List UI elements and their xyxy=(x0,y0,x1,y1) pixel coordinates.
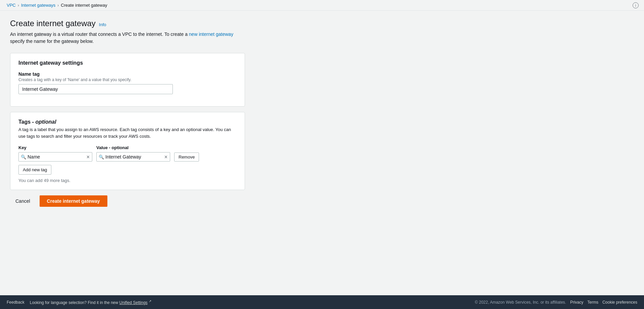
name-tag-hint: Creates a tag with a key of 'Name' and a… xyxy=(18,77,237,82)
footer-unified-settings-link[interactable]: Unified Settings xyxy=(119,300,148,305)
main-content: Create internet gateway Info An internet… xyxy=(0,11,255,295)
tag-value-input[interactable] xyxy=(105,152,164,161)
page-title-row: Create internet gateway Info xyxy=(10,19,245,28)
footer-feedback[interactable]: Feedback xyxy=(7,300,24,305)
footer-terms-link[interactable]: Terms xyxy=(587,300,598,305)
value-search-icon: 🔍 xyxy=(99,154,104,160)
footer-right: © 2022, Amazon Web Services, Inc. or its… xyxy=(475,300,637,305)
name-tag-label: Name tag xyxy=(18,71,237,77)
tags-card: Tags - optional A tag is a label that yo… xyxy=(10,112,245,190)
tags-title-optional: optional xyxy=(35,119,56,125)
description-text-1: An internet gateway is a virtual router … xyxy=(10,32,189,37)
key-clear-icon[interactable]: ✕ xyxy=(86,154,90,160)
actions-row: Cancel Create internet gateway xyxy=(10,195,245,207)
info-link[interactable]: Info xyxy=(99,22,106,27)
add-new-tag-button[interactable]: Add new tag xyxy=(18,165,51,175)
tag-row: 🔍 ✕ 🔍 ✕ Remove xyxy=(18,152,237,162)
settings-card-title: Internet gateway settings xyxy=(18,60,237,66)
breadcrumb-vpc[interactable]: VPC xyxy=(7,3,16,8)
footer-copyright: © 2022, Amazon Web Services, Inc. or its… xyxy=(475,300,566,305)
footer-cookie-preferences-link[interactable]: Cookie preferences xyxy=(602,300,637,305)
remove-tag-button[interactable]: Remove xyxy=(174,152,199,162)
name-tag-input[interactable] xyxy=(18,84,173,94)
footer-lang-text: Looking for language selection? Find it … xyxy=(30,299,151,305)
tag-key-wrap: 🔍 ✕ xyxy=(18,152,92,162)
breadcrumb-sep-1: › xyxy=(18,3,19,8)
value-col-label: Value - optional xyxy=(96,145,129,150)
key-search-icon: 🔍 xyxy=(21,154,26,160)
footer-lang-prefix: Looking for language selection? Find it … xyxy=(30,300,119,305)
footer-left: Feedback Looking for language selection?… xyxy=(7,299,151,305)
value-clear-icon[interactable]: ✕ xyxy=(164,154,168,160)
description-text-2: specify the name for the gateway below. xyxy=(10,39,94,44)
tag-key-input[interactable] xyxy=(28,152,86,161)
external-link-icon: ↗ xyxy=(149,299,151,303)
tag-value-wrap: 🔍 ✕ xyxy=(96,152,170,162)
key-col-label: Key xyxy=(18,145,27,150)
cancel-button[interactable]: Cancel xyxy=(10,196,36,206)
page-title: Create internet gateway xyxy=(10,19,96,28)
breadcrumb-current: Create internet gateway xyxy=(61,3,107,8)
breadcrumb-bar: VPC › Internet gateways › Create interne… xyxy=(0,0,644,11)
name-tag-field: Name tag Creates a tag with a key of 'Na… xyxy=(18,71,237,94)
tags-description: A tag is a label that you assign to an A… xyxy=(18,126,237,139)
tags-title-prefix: Tags - xyxy=(18,119,35,125)
breadcrumb-internet-gateways[interactable]: Internet gateways xyxy=(21,3,56,8)
page-description: An internet gateway is a virtual router … xyxy=(10,31,245,45)
breadcrumb-sep-2: › xyxy=(57,3,59,8)
settings-card: Internet gateway settings Name tag Creat… xyxy=(10,53,245,107)
description-link[interactable]: new internet gateway xyxy=(189,32,233,37)
create-internet-gateway-button[interactable]: Create internet gateway xyxy=(40,195,107,207)
footer-privacy-link[interactable]: Privacy xyxy=(570,300,583,305)
tags-header-row: Key Value - optional xyxy=(18,145,237,150)
footer: Feedback Looking for language selection?… xyxy=(0,295,644,309)
tags-card-title: Tags - optional xyxy=(18,119,237,125)
help-icon[interactable]: i xyxy=(633,2,639,8)
tags-remaining: You can add 49 more tags. xyxy=(18,178,237,183)
